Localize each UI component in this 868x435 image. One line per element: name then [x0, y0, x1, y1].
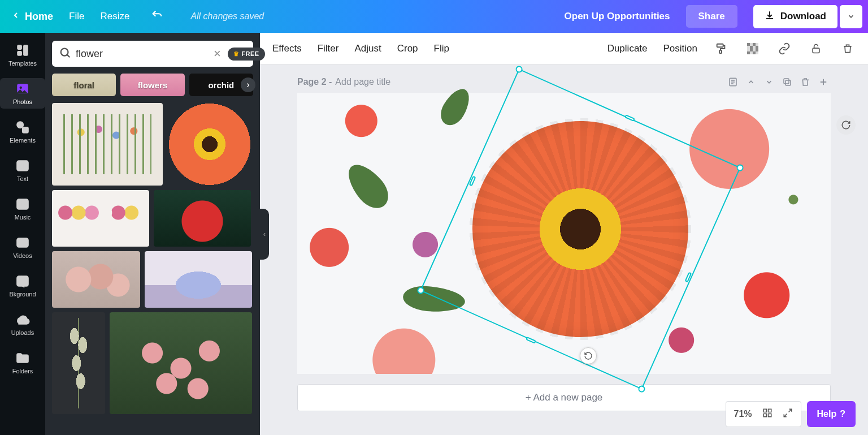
effects-button[interactable]: Effects	[272, 43, 302, 54]
rail-templates[interactable]: Templates	[0, 40, 45, 70]
photos-icon	[15, 81, 30, 96]
context-toolbar: Effects Filter Adjust Crop Flip Duplicat…	[260, 33, 868, 64]
photo-thumb[interactable]	[167, 103, 252, 186]
rail-uploads[interactable]: Uploads	[0, 309, 45, 339]
photo-thumb[interactable]	[52, 103, 163, 186]
svg-rect-23	[750, 46, 753, 49]
transparency-icon[interactable]	[745, 41, 761, 57]
svg-rect-29	[785, 80, 791, 85]
page-title-placeholder[interactable]: Add page title	[335, 77, 390, 87]
svg-rect-17	[719, 50, 722, 53]
svg-rect-36	[768, 414, 771, 417]
help-label: Help	[817, 409, 837, 419]
rail-folders-label: Folders	[12, 368, 33, 374]
zoom-percent[interactable]: 71%	[734, 409, 752, 419]
music-icon	[15, 197, 30, 212]
delete-page-icon[interactable]	[798, 75, 813, 89]
svg-rect-33	[763, 409, 766, 412]
svg-point-4	[20, 87, 22, 89]
canvas-stage[interactable]: Page 2 - Add page title	[260, 64, 868, 435]
help-button[interactable]: Help ?	[807, 401, 856, 427]
chip-flowers[interactable]: flowers	[120, 74, 184, 96]
decorative-leaf	[436, 84, 475, 130]
crop-button[interactable]: Crop	[397, 43, 418, 54]
undo-button[interactable]	[151, 9, 163, 24]
svg-rect-0	[17, 45, 22, 50]
free-filter-badge[interactable]: ♛ FREE	[228, 48, 265, 61]
resize-menu[interactable]: Resize	[100, 11, 129, 22]
rail-bkground[interactable]: Bkground	[0, 270, 45, 301]
duplicate-button[interactable]: Duplicate	[607, 43, 648, 54]
paint-roller-icon[interactable]	[713, 41, 729, 57]
selection-box[interactable]	[420, 68, 741, 390]
notes-icon[interactable]	[726, 75, 740, 89]
rotate-handle[interactable]	[580, 347, 597, 364]
svg-point-10	[23, 205, 25, 207]
download-button[interactable]: Download	[753, 5, 837, 28]
rail-elements-label: Elements	[10, 137, 36, 144]
svg-rect-21	[750, 49, 753, 51]
fullscreen-icon[interactable]	[783, 408, 793, 420]
opportunity-link[interactable]: Open Up Opportunities	[565, 11, 670, 22]
svg-rect-27	[813, 48, 819, 53]
clear-search-button[interactable]: ×	[211, 46, 223, 61]
photo-thumb[interactable]	[145, 251, 252, 308]
page-down-icon[interactable]	[762, 75, 776, 89]
top-header: Home File Resize All changes saved Open …	[0, 0, 868, 33]
rail-elements[interactable]: Elements	[0, 117, 45, 147]
copy-page-icon[interactable]	[780, 75, 795, 89]
svg-rect-22	[756, 49, 758, 51]
photo-results[interactable]	[52, 103, 253, 435]
editor-area: Effects Filter Adjust Crop Flip Duplicat…	[260, 33, 868, 435]
zoom-controls: 71%	[726, 401, 801, 427]
svg-rect-16	[717, 44, 723, 47]
question-icon: ?	[840, 409, 845, 419]
adjust-button[interactable]: Adjust	[354, 43, 381, 54]
rail-photos[interactable]: Photos	[0, 78, 45, 109]
rail-folders[interactable]: Folders	[0, 347, 45, 378]
rail-templates-label: Templates	[8, 60, 37, 67]
link-icon[interactable]	[776, 41, 792, 57]
svg-point-5	[17, 122, 23, 128]
flip-button[interactable]: Flip	[434, 43, 449, 54]
chips-next-button[interactable]: ›	[241, 77, 255, 92]
grid-view-icon[interactable]	[762, 408, 772, 420]
svg-rect-20	[753, 43, 756, 46]
share-button[interactable]: Share	[686, 5, 737, 28]
download-more-button[interactable]	[840, 5, 862, 28]
chip-floral[interactable]: floral	[52, 74, 116, 96]
home-button[interactable]: Home	[11, 11, 53, 23]
search-input[interactable]	[76, 48, 207, 60]
svg-rect-30	[784, 79, 789, 84]
resync-icon[interactable]	[836, 115, 856, 135]
lock-icon[interactable]	[808, 41, 824, 57]
page-up-icon[interactable]	[744, 75, 758, 89]
photo-thumb[interactable]	[52, 251, 140, 308]
home-label: Home	[25, 11, 53, 23]
background-icon	[15, 274, 30, 288]
elements-icon	[15, 120, 30, 135]
free-label: FREE	[241, 50, 259, 57]
photo-thumb[interactable]	[52, 312, 105, 414]
rail-videos[interactable]: Videos	[0, 232, 45, 262]
photo-thumb[interactable]	[154, 190, 251, 247]
trash-icon[interactable]	[840, 41, 856, 57]
rail-uploads-label: Uploads	[11, 329, 34, 336]
canvas-page[interactable]	[297, 93, 831, 374]
rail-text[interactable]: Text	[0, 155, 45, 186]
suggestion-chips: floral flowers orchid ›	[52, 74, 253, 96]
svg-line-37	[788, 409, 791, 412]
position-button[interactable]: Position	[663, 43, 697, 54]
photo-thumb[interactable]	[52, 190, 149, 247]
svg-rect-6	[23, 127, 28, 133]
videos-icon	[15, 235, 30, 250]
download-icon	[765, 10, 775, 23]
filter-button[interactable]: Filter	[318, 43, 339, 54]
file-menu[interactable]: File	[69, 11, 84, 22]
add-page-icon[interactable]	[816, 75, 831, 89]
svg-rect-35	[763, 414, 766, 417]
rail-music[interactable]: Music	[0, 193, 45, 224]
photo-thumb[interactable]	[110, 312, 252, 414]
svg-rect-26	[753, 51, 756, 54]
rail-videos-label: Videos	[13, 252, 32, 259]
